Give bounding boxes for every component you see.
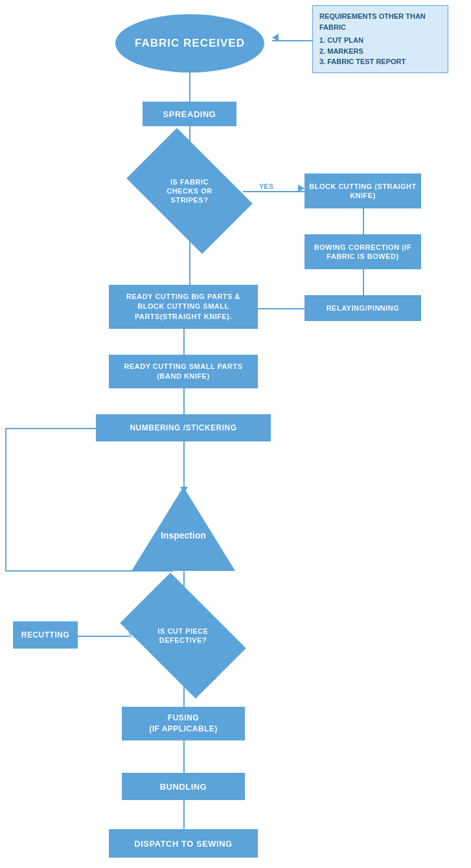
is-cut-defective: IS CUT PIECE DEFECTIVE? [130, 600, 236, 671]
label-yes-checks: YES [259, 183, 273, 190]
arrow-note-to-fabric [272, 40, 312, 41]
svg-text:Inspection: Inspection [161, 530, 206, 540]
dispatch: DISPATCH TO SEWING [109, 829, 258, 858]
arrow-no-to-ready [189, 227, 190, 285]
spreading: SPREADING [143, 102, 236, 126]
note-item-2: 2. MARKERS [319, 46, 441, 57]
bowing-correction: BOWING CORRECTION (IF FABRIC IS BOWED) [304, 234, 421, 269]
fusing: FUSING (IF APPLICABLE) [122, 707, 245, 740]
note-item-3: 3. FABRIC TEST REPORT [319, 56, 441, 67]
arrow-block-to-bowing [363, 208, 364, 234]
arrow-no-defective-to-fusing [183, 671, 185, 707]
block-cutting: BLOCK CUTTING (STRAIGHT KNIFE) [304, 173, 421, 208]
loop-line-top-h [5, 428, 96, 429]
arrow-fusing-to-bundling [183, 740, 185, 773]
arrow-bundling-to-dispatch [183, 800, 185, 829]
relaying-pinning: RELAYING/PINNING [304, 295, 421, 321]
arrow-small-to-numbering [183, 388, 185, 414]
bundling: BUNDLING [122, 773, 245, 800]
note-box: REQUIREMENTS OTHER THAN FABRIC 1. CUT PL… [312, 5, 448, 73]
is-fabric-checks: IS FABRIC CHECKS OR STRIPES? [136, 155, 243, 227]
inspection-triangle: Inspection [132, 487, 235, 573]
label-yes-defective: YES [128, 631, 143, 639]
loop-line-left-v [5, 428, 6, 570]
arrow-bowing-to-relaying [363, 269, 364, 295]
ready-cutting-big: READY CUTTING BIG PARTS & BLOCK CUTTING … [109, 285, 258, 329]
arrow-yes-to-block [243, 191, 304, 192]
note-title: REQUIREMENTS OTHER THAN FABRIC [319, 11, 441, 32]
fabric-received: FABRIC RECEIVED [115, 14, 264, 72]
arrow-fabric-to-spreading [189, 72, 190, 102]
svg-marker-0 [132, 487, 235, 571]
ready-cutting-small: READY CUTTING SMALL PARTS (BAND KNIFE) [109, 355, 258, 388]
label-no-defective: NO [206, 673, 217, 681]
note-item-1: 1. CUT PLAN [319, 35, 441, 46]
numbering: NUMBERING /STICKERING [96, 414, 271, 441]
arrow-big-to-small [183, 329, 185, 355]
flowchart: REQUIREMENTS OTHER THAN FABRIC 1. CUT PL… [0, 0, 471, 868]
recutting: RECUTTING [13, 621, 78, 649]
label-no-checks: NO [198, 233, 209, 241]
arrow-numbering-to-inspection [183, 441, 185, 487]
